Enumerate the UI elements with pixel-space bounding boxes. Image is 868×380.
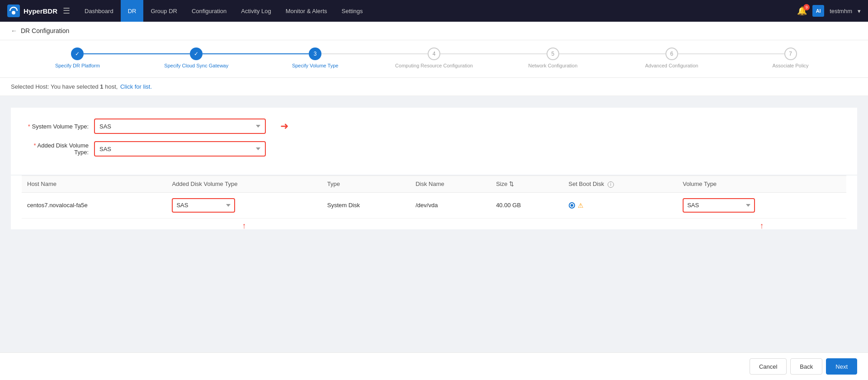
col-added-disk-volume-type: Added Disk Volume Type [166, 176, 321, 193]
col-size: Size ⇅ [491, 176, 563, 193]
cell-size: 40.00 GB [491, 192, 563, 218]
table-row: centos7.novalocal-fa5e SAS SSD SATA ↑ Sy… [22, 192, 846, 218]
nav-monitor-alerts[interactable]: Monitor & Alerts [278, 0, 335, 22]
step-specify-volume-type: 3 Specify Volume Type [256, 48, 375, 68]
step-circle-2: ✓ [190, 48, 203, 60]
host-bar-label: Selected Host: [11, 83, 49, 90]
step-network-config: 5 Network Configuration [493, 48, 612, 68]
step-label-2: Specify Cloud Sync Gateway [164, 63, 228, 68]
host-unit: host, [105, 83, 119, 90]
host-bar-text: You have selected [51, 83, 100, 90]
col-type: Type [322, 176, 410, 193]
nav-dr[interactable]: DR [121, 0, 144, 22]
logo: HyperBDR [7, 5, 57, 17]
nav-activity-log[interactable]: Activity Log [234, 0, 278, 22]
row-added-disk-select[interactable]: SAS SSD SATA [172, 198, 235, 213]
main-content: * System Volume Type: SAS SSD SATA co-p1… [0, 97, 868, 240]
page-title: DR Configuration [21, 27, 69, 34]
step-label-5: Network Configuration [528, 63, 577, 68]
user-dropdown-icon[interactable]: ▾ [858, 8, 861, 14]
system-volume-select[interactable]: SAS SSD SATA co-p1 uh-l1 [94, 119, 266, 134]
arrow-annotation-row-disk: ↑ [242, 221, 246, 231]
added-disk-row: * Added Disk VolumeType: SAS SSD SATA co… [22, 141, 846, 157]
col-host-name: Host Name [22, 176, 166, 193]
step-advanced-config: 6 Advanced Configuration [612, 48, 731, 68]
step-circle-5: 5 [547, 48, 559, 60]
step-label-1: Specify DR Platform [55, 63, 100, 68]
svg-point-1 [12, 11, 15, 14]
step-label-6: Advanced Configuration [645, 63, 698, 68]
radio-inner [571, 204, 573, 207]
hamburger-menu[interactable]: ☰ [63, 6, 70, 16]
step-label-4: Computing Resource Configuration [395, 63, 473, 68]
nav-right: 🔔 9 AI testmhm ▾ [797, 5, 861, 17]
step-associate-policy: 7 Associate Policy [731, 48, 850, 68]
row-volume-type-select[interactable]: SAS SSD SATA [683, 198, 755, 213]
cell-volume-type: SAS SSD SATA ↑ [677, 192, 846, 218]
col-volume-type: Volume Type [677, 176, 846, 193]
form-section: * System Volume Type: SAS SSD SATA co-p1… [11, 108, 857, 175]
step-specify-dr-platform: ✓ Specify DR Platform [18, 48, 137, 68]
col-disk-name: Disk Name [410, 176, 491, 193]
logo-text: HyperBDR [24, 7, 57, 15]
step-label-7: Associate Policy [773, 63, 809, 68]
username[interactable]: testmhm [830, 8, 852, 14]
col-set-boot-disk: Set Boot Disk i [563, 176, 678, 193]
notification-badge: 9 [803, 4, 810, 10]
cell-added-disk-volume-type: SAS SSD SATA ↑ [166, 192, 321, 218]
nav-configuration[interactable]: Configuration [184, 0, 234, 22]
system-volume-row: * System Volume Type: SAS SSD SATA co-p1… [22, 119, 846, 134]
set-boot-disk-info-icon[interactable]: i [608, 181, 614, 188]
step-specify-cloud-sync: ✓ Specify Cloud Sync Gateway [137, 48, 256, 68]
added-disk-select[interactable]: SAS SSD SATA co-p1 uh-l1 [94, 141, 266, 157]
nav-dashboard[interactable]: Dashboard [77, 0, 121, 22]
nav-settings[interactable]: Settings [335, 0, 370, 22]
avatar: AI [812, 5, 824, 17]
host-bar: Selected Host: You have selected 1 host,… [0, 78, 868, 96]
top-navigation: HyperBDR ☰ Dashboard DR Group DR Configu… [0, 0, 868, 22]
step-computing-resource: 4 Computing Resource Configuration [375, 48, 494, 68]
disk-table-wrapper: Host Name Added Disk Volume Type Type Di… [11, 176, 857, 229]
disk-table: Host Name Added Disk Volume Type Type Di… [22, 176, 846, 218]
arrow-annotation-row-vol: ↑ [760, 221, 764, 231]
step-circle-4: 4 [428, 48, 440, 60]
host-list-link[interactable]: Click for list. [120, 83, 152, 90]
arrow-annotation-system-volume: ➜ [280, 120, 288, 132]
cell-disk-name: /dev/vda [410, 192, 491, 218]
step-circle-7: 7 [784, 48, 797, 60]
cell-host-name: centos7.novalocal-fa5e [22, 192, 166, 218]
step-circle-3: 3 [309, 48, 321, 60]
nav-group-dr[interactable]: Group DR [143, 0, 184, 22]
back-arrow-icon[interactable]: ← [11, 27, 17, 34]
step-circle-1: ✓ [71, 48, 84, 60]
boot-disk-radio[interactable] [569, 202, 575, 209]
steps-bar: ✓ Specify DR Platform ✓ Specify Cloud Sy… [0, 40, 868, 78]
host-count: 1 [100, 83, 103, 90]
page-header: ← DR Configuration [0, 22, 868, 40]
table-header-row: Host Name Added Disk Volume Type Type Di… [22, 176, 846, 193]
cell-boot-disk: ⚠ [563, 192, 678, 218]
added-disk-label: * Added Disk VolumeType: [22, 142, 94, 156]
warning-icon: ⚠ [578, 202, 584, 209]
system-volume-label: * System Volume Type: [22, 123, 94, 130]
nav-links: Dashboard DR Group DR Configuration Acti… [77, 0, 797, 22]
cell-type: System Disk [322, 192, 410, 218]
notification-bell[interactable]: 🔔 9 [797, 6, 807, 16]
step-label-3: Specify Volume Type [292, 63, 339, 68]
step-circle-6: 6 [665, 48, 678, 60]
